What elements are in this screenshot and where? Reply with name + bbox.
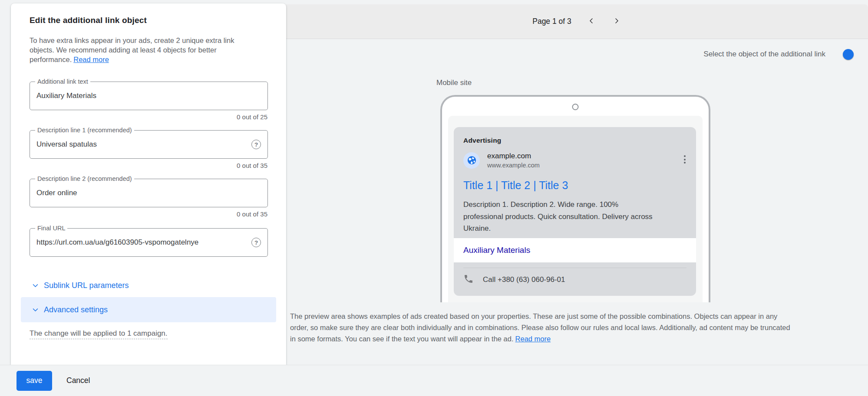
ad-description-line: Ukraine. (463, 224, 491, 232)
intro-line: performance. (30, 56, 72, 63)
save-button[interactable]: save (17, 371, 52, 391)
page-title: Edit the additional link object (30, 16, 268, 25)
toggle-thumb (843, 49, 854, 60)
toggle-label: Select the object of the additional link (703, 50, 825, 59)
edit-sitelink-panel: Edit the additional link object To have … (11, 3, 286, 365)
ad-call-row: Call +380 (63) 060-96-01 (463, 274, 686, 286)
additional-link-text-field: Additional link text (30, 82, 268, 110)
device-label: Mobile site (436, 79, 472, 87)
mobile-phone-mockup: Advertising example.com www.example.com (440, 95, 710, 302)
advanced-settings-label: Advanced settings (44, 305, 108, 314)
ad-title-link: Title 1 | Title 2 | Title 3 (463, 179, 686, 192)
intro-line: objects. We recommend adding at least 4 … (30, 46, 217, 54)
chevron-right-icon (613, 17, 620, 26)
final-url-input[interactable] (30, 229, 219, 256)
advertising-badge: Advertising (463, 127, 686, 144)
disclaimer-line: The preview area shows examples of ads c… (290, 312, 777, 320)
description-line-1-input[interactable] (30, 131, 241, 158)
disclaimer-read-more-link[interactable]: Read more (515, 335, 551, 343)
additional-link-toggle[interactable] (834, 51, 852, 58)
char-counter: 0 out of 35 (30, 162, 268, 169)
sublink-url-parameters-label: Sublink URL parameters (44, 281, 129, 290)
action-bar: save Cancel (0, 365, 868, 396)
ad-url-block: example.com www.example.com (487, 152, 540, 169)
next-page-button[interactable] (611, 15, 622, 28)
preview-pagination-bar: Page 1 of 3 (286, 4, 868, 39)
cancel-button[interactable]: Cancel (66, 376, 90, 385)
globe-icon (463, 152, 480, 169)
char-counter: 0 out of 25 (30, 113, 268, 121)
char-counter: 0 out of 35 (30, 210, 268, 218)
ad-sitelink-band: Auxiliary Materials (454, 238, 696, 262)
ad-description: Description 1. Description 2. Wide range… (463, 199, 686, 235)
intro-text: To have extra links appear in your ads, … (30, 36, 266, 64)
disclaimer-line: order, so make sure they are clear both … (290, 324, 790, 331)
ad-preview-card: Advertising example.com www.example.com (454, 127, 696, 296)
pagination-label: Page 1 of 3 (532, 17, 571, 26)
kebab-menu-icon (683, 154, 686, 164)
ad-call-text: Call +380 (63) 060-96-01 (483, 275, 565, 284)
ad-description-line: professional products. Quick consultatio… (463, 213, 653, 221)
description-line-2-input[interactable] (30, 179, 267, 207)
camera-icon (572, 104, 579, 110)
ad-header: example.com www.example.com (463, 152, 686, 169)
campaign-note[interactable]: The change will be applied to 1 campaign… (30, 329, 168, 339)
chevron-down-icon (32, 306, 39, 314)
final-url-field: Final URL ? (30, 228, 268, 257)
sublink-url-parameters-expander[interactable]: Sublink URL parameters (30, 281, 268, 290)
additional-link-text-input[interactable] (30, 82, 267, 110)
phone-screen: Advertising example.com www.example.com (448, 116, 703, 302)
intro-read-more-link[interactable]: Read more (73, 56, 109, 63)
ad-domain: example.com (487, 152, 540, 160)
previous-page-button[interactable] (586, 15, 597, 28)
chevron-left-icon (588, 17, 595, 26)
intro-line: To have extra links appear in your ads, … (30, 36, 234, 44)
help-icon[interactable]: ? (251, 140, 261, 149)
ad-display-url: www.example.com (487, 162, 540, 169)
select-object-toggle-row: Select the object of the additional link (703, 50, 852, 59)
disclaimer-line: in some formats. You can see if the text… (290, 335, 514, 343)
description-line-1-field: Description line 1 (recommended) ? (30, 130, 268, 159)
help-icon[interactable]: ? (251, 238, 261, 247)
description-line-2-field: Description line 2 (recommended) (30, 179, 268, 207)
campaign-note-row: The change will be applied to 1 campaign… (30, 329, 268, 338)
ad-sitelink-link: Auxiliary Materials (463, 245, 530, 255)
ad-description-line: Description 1. Description 2. Wide range… (463, 200, 618, 209)
advanced-settings-expander[interactable]: Advanced settings (21, 297, 276, 322)
phone-icon (463, 274, 474, 286)
preview-disclaimer: The preview area shows examples of ads c… (290, 311, 859, 344)
ad-divider (463, 268, 686, 268)
chevron-down-icon (32, 282, 39, 289)
